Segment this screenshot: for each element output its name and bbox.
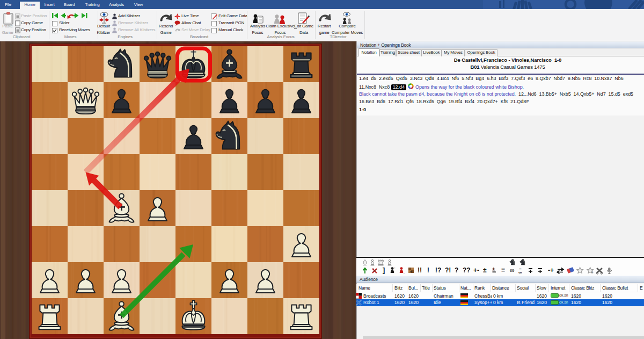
- svg-text:±: ±: [492, 266, 495, 272]
- svg-text:]: ]: [383, 266, 385, 274]
- svg-text:?!: ?!: [445, 266, 451, 274]
- svg-text:=: =: [501, 266, 505, 274]
- svg-text:∞: ∞: [510, 266, 515, 274]
- svg-text:!!: !!: [418, 266, 422, 274]
- svg-text:∞: ∞: [518, 270, 522, 275]
- svg-text:?: ?: [455, 266, 458, 274]
- svg-text:,: ,: [404, 270, 405, 274]
- svg-text:±: ±: [483, 266, 487, 274]
- svg-text:!?: !?: [435, 266, 441, 274]
- svg-text:!: !: [427, 266, 429, 274]
- svg-text:+-: +-: [473, 266, 479, 274]
- svg-text:': ': [394, 267, 395, 271]
- svg-text:??: ??: [463, 266, 471, 274]
- svg-text:+: +: [591, 270, 594, 275]
- svg-text:-+: -+: [548, 266, 554, 274]
